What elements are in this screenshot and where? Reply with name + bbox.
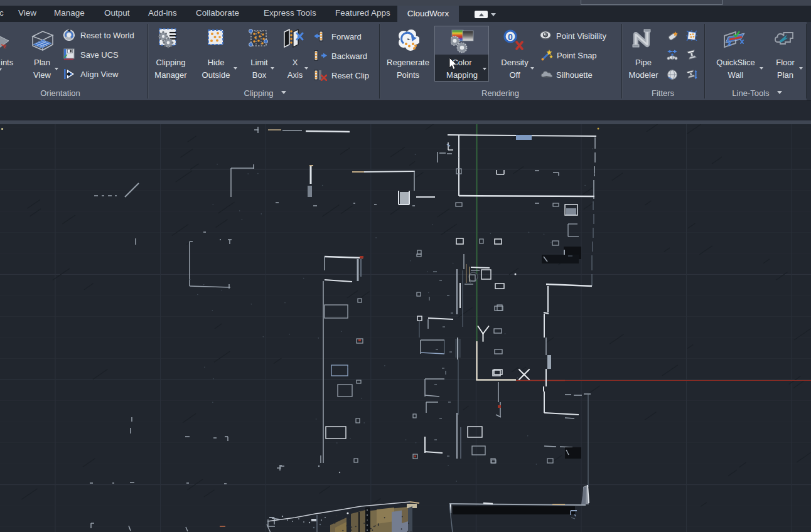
svg-text:0: 0 <box>508 32 513 42</box>
